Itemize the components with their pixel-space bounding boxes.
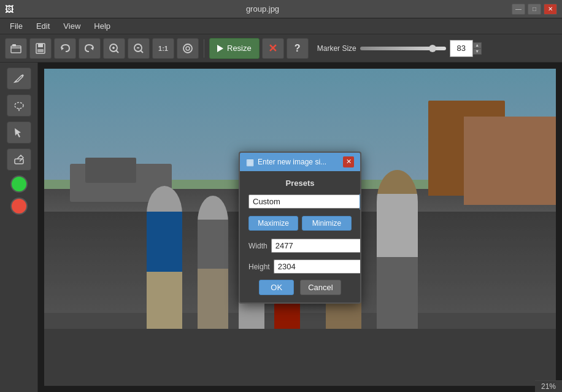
zoom-fit-button[interactable] bbox=[177, 38, 199, 59]
svg-line-13 bbox=[141, 50, 144, 53]
maximize-button[interactable]: □ bbox=[528, 4, 541, 15]
preset-input[interactable] bbox=[248, 194, 360, 209]
ok-button[interactable]: OK bbox=[259, 280, 294, 295]
minimize-button[interactable]: — bbox=[512, 4, 525, 15]
toolbar-separator-1 bbox=[204, 39, 204, 58]
svg-marker-5 bbox=[61, 47, 64, 50]
marker-spin-down[interactable]: ▼ bbox=[473, 48, 482, 55]
dialog-titlebar: ▦ Enter new image si... ✕ bbox=[240, 153, 360, 171]
dialog-overlay: ▦ Enter new image si... ✕ Presets ▼ Maxi… bbox=[38, 63, 562, 392]
preset-buttons: Maximize Minimize bbox=[248, 216, 352, 231]
svg-line-10 bbox=[117, 50, 119, 53]
marker-slider[interactable] bbox=[360, 47, 446, 50]
lasso-tool[interactable] bbox=[7, 94, 31, 117]
resize-button[interactable]: Resize bbox=[209, 38, 260, 59]
menu-help[interactable]: Help bbox=[88, 20, 117, 33]
height-input-wrap: ▲ ▼ bbox=[274, 259, 361, 275]
cancel-resize-button[interactable]: ✕ bbox=[262, 38, 284, 59]
height-input[interactable] bbox=[274, 259, 361, 274]
zoom-value: 21% bbox=[541, 382, 556, 391]
svg-rect-0 bbox=[11, 46, 21, 53]
green-dot[interactable] bbox=[10, 175, 28, 193]
svg-rect-20 bbox=[15, 159, 23, 164]
dialog-body: Presets ▼ Maximize Minimize Width bbox=[240, 171, 360, 302]
height-row: Height ▲ ▼ bbox=[248, 259, 352, 275]
svg-point-15 bbox=[186, 47, 190, 50]
svg-marker-6 bbox=[91, 47, 93, 50]
svg-rect-4 bbox=[37, 49, 44, 52]
red-dot[interactable] bbox=[10, 198, 28, 215]
marker-value: 83 bbox=[450, 40, 473, 57]
close-button[interactable]: ✕ bbox=[544, 4, 557, 15]
preset-dropdown-arrow[interactable]: ▼ bbox=[360, 194, 361, 210]
marker-size-label: Marker Size bbox=[317, 44, 356, 53]
width-row: Width ▲ ▼ bbox=[248, 238, 352, 254]
marker-spinner: ▲ ▼ bbox=[473, 42, 482, 55]
marker-area: Marker Size 83 ▲ ▼ bbox=[317, 40, 482, 57]
menu-view[interactable]: View bbox=[57, 20, 87, 33]
width-input-wrap: ▲ ▼ bbox=[271, 238, 361, 254]
menu-edit[interactable]: Edit bbox=[30, 20, 56, 33]
eraser-tool[interactable] bbox=[7, 148, 31, 171]
undo-button[interactable] bbox=[54, 38, 76, 59]
width-input[interactable] bbox=[271, 239, 361, 253]
zoom-in-button[interactable] bbox=[103, 38, 125, 59]
width-label: Width bbox=[248, 242, 268, 250]
zoom-out-button[interactable] bbox=[128, 38, 150, 59]
resize-label: Resize bbox=[227, 44, 252, 53]
presets-label: Presets bbox=[248, 179, 352, 188]
resize-dialog: ▦ Enter new image si... ✕ Presets ▼ Maxi… bbox=[239, 152, 361, 304]
menu-bar: File Edit View Help bbox=[0, 18, 562, 34]
save-button[interactable] bbox=[29, 38, 52, 59]
zoom-bar: 21% bbox=[535, 380, 562, 392]
title-bar: 🖼 group.jpg — □ ✕ bbox=[0, 0, 562, 18]
height-label: Height bbox=[248, 263, 270, 271]
help-button[interactable]: ? bbox=[287, 38, 309, 59]
left-toolbar bbox=[0, 63, 38, 392]
toolbar: 1:1 Resize ✕ ? Marker Size 83 ▲ ▼ bbox=[0, 34, 562, 63]
play-icon bbox=[217, 45, 223, 52]
maximize-button[interactable]: Maximize bbox=[248, 216, 298, 231]
dialog-title: Enter new image si... bbox=[258, 158, 343, 166]
menu-file[interactable]: File bbox=[4, 20, 29, 33]
cancel-button[interactable]: Cancel bbox=[300, 280, 341, 295]
svg-rect-3 bbox=[38, 44, 43, 47]
window-controls: — □ ✕ bbox=[512, 4, 557, 15]
canvas-area: ▦ Enter new image si... ✕ Presets ▼ Maxi… bbox=[38, 63, 562, 392]
main-area: ▦ Enter new image si... ✕ Presets ▼ Maxi… bbox=[0, 63, 562, 392]
dialog-icon: ▦ bbox=[246, 157, 254, 167]
dialog-close-button[interactable]: ✕ bbox=[343, 156, 354, 167]
open-button[interactable] bbox=[5, 38, 27, 59]
svg-point-17 bbox=[15, 102, 23, 109]
app-icon: 🖼 bbox=[5, 4, 13, 14]
zoom-100-button[interactable]: 1:1 bbox=[152, 38, 174, 59]
svg-marker-19 bbox=[15, 128, 21, 137]
arrow-tool[interactable] bbox=[7, 121, 31, 144]
minimize-button[interactable]: Minimize bbox=[302, 216, 352, 231]
svg-rect-1 bbox=[12, 44, 16, 47]
svg-point-14 bbox=[183, 44, 192, 53]
window-title: group.jpg bbox=[13, 4, 512, 13]
pencil-tool[interactable] bbox=[7, 67, 31, 90]
redo-button[interactable] bbox=[79, 38, 101, 59]
preset-row: ▼ bbox=[248, 194, 352, 210]
dialog-footer: OK Cancel bbox=[248, 280, 352, 295]
marker-spin-up[interactable]: ▲ bbox=[473, 42, 482, 48]
slider-thumb bbox=[429, 45, 436, 52]
